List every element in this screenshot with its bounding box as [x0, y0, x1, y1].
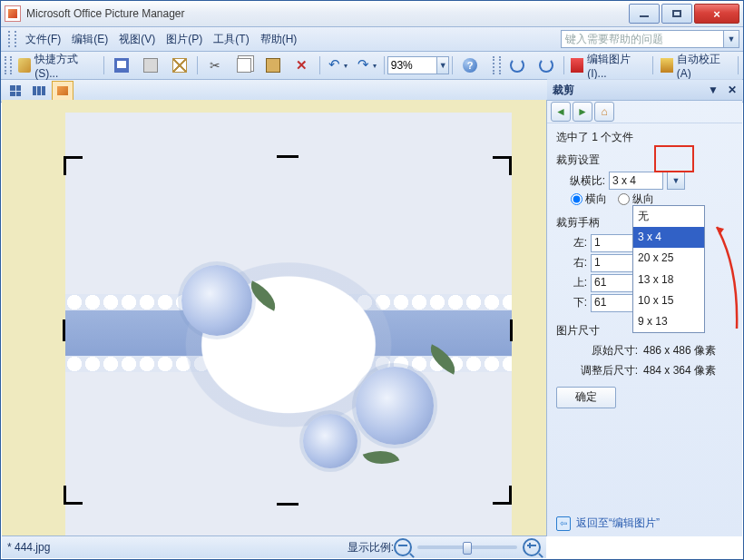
menu-bar: 文件(F) 编辑(E) 视图(V) 图片(P) 工具(T) 帮助(H) 键入需要… — [1, 27, 743, 52]
ok-button[interactable]: 确定 — [556, 387, 616, 408]
selection-count: 选中了 1 个文件 — [556, 129, 733, 146]
print-button[interactable] — [137, 54, 164, 76]
crop-handle-br[interactable] — [493, 486, 512, 505]
view-single-button[interactable] — [52, 81, 73, 101]
crop-handle-bottom[interactable] — [277, 503, 299, 506]
paste-button[interactable] — [259, 54, 287, 76]
nav-back-button[interactable]: ◄ — [551, 102, 571, 122]
orientation-vertical-radio[interactable] — [618, 193, 630, 205]
crop-left-label: 左: — [556, 234, 587, 251]
menu-picture[interactable]: 图片(P) — [161, 29, 208, 50]
close-button[interactable]: × — [694, 4, 739, 24]
minimize-button[interactable] — [629, 4, 660, 24]
nav-forward-button[interactable]: ► — [573, 102, 592, 122]
rotate-right-button[interactable] — [533, 54, 560, 76]
aspect-ratio-dropdown-button[interactable]: ▼ — [667, 172, 685, 190]
auto-correct-icon — [661, 58, 673, 73]
thumbnails-icon — [10, 85, 21, 96]
zoom-slider[interactable] — [417, 545, 517, 549]
crop-right-value: 1 — [594, 254, 601, 271]
cut-button[interactable]: ✂ — [201, 54, 229, 76]
redo-button[interactable]: ↷▾ — [353, 54, 380, 76]
toolbar-grip[interactable] — [8, 31, 16, 47]
toolbar-grip[interactable] — [493, 56, 500, 74]
aspect-option[interactable]: 3 x 4 — [633, 227, 704, 248]
crop-handle-tl[interactable] — [64, 156, 83, 175]
orientation-horizontal[interactable]: 横向 — [571, 191, 607, 208]
toolbar-grip[interactable] — [5, 56, 12, 74]
aspect-ratio-value: 3 x 4 — [612, 172, 636, 190]
menu-edit[interactable]: 编辑(E) — [66, 29, 113, 50]
zoom-label: 显示比例: — [348, 540, 394, 555]
crop-left-input[interactable]: 1 — [591, 234, 638, 252]
help-search-input[interactable]: 键入需要帮助的问题 — [561, 30, 724, 48]
resized-label: 调整后尺寸: — [569, 362, 638, 379]
aspect-option[interactable]: 10 x 15 — [633, 290, 704, 311]
original-size-value: 486 x 486 像素 — [643, 342, 716, 359]
aspect-option[interactable]: 无 — [633, 206, 704, 227]
ok-label: 确定 — [575, 388, 597, 406]
back-to-edit-link[interactable]: ⇦ 返回至“编辑图片” — [556, 516, 660, 531]
undo-button[interactable]: ↶▾ — [324, 54, 351, 76]
crop-handle-top[interactable] — [277, 155, 299, 158]
nav-home-button[interactable]: ⌂ — [594, 102, 614, 122]
zoom-out-button[interactable] — [394, 538, 412, 556]
crop-bottom-input[interactable]: 61 — [591, 294, 638, 312]
help-button[interactable]: ? — [456, 54, 484, 76]
crop-top-input[interactable]: 61 — [591, 274, 638, 292]
taskpane-close-button[interactable]: ✕ — [728, 84, 737, 96]
crop-top-value: 61 — [594, 274, 606, 291]
help-search-dropdown[interactable]: ▼ — [724, 30, 739, 48]
status-bar: * 444.jpg 显示比例: — [2, 535, 546, 558]
zoom-slider-thumb[interactable] — [463, 542, 472, 555]
menu-file[interactable]: 文件(F) — [20, 29, 66, 50]
help-icon: ? — [463, 58, 477, 73]
app-icon — [5, 5, 21, 22]
edit-pictures-button[interactable]: 编辑图片(I)... — [567, 54, 649, 76]
save-button[interactable] — [108, 54, 135, 76]
crop-handle-bl[interactable] — [64, 486, 83, 505]
shortcut-button[interactable]: 快捷方式(S)... — [15, 54, 100, 76]
status-filename: * 444.jpg — [7, 541, 50, 554]
crop-handle-right[interactable] — [510, 319, 513, 341]
orientation-horizontal-radio[interactable] — [571, 193, 582, 205]
back-arrow-icon: ⇦ — [556, 516, 571, 531]
zoom-in-button[interactable] — [523, 538, 541, 556]
zoom-input[interactable]: 93% — [387, 56, 437, 74]
aspect-option[interactable]: 9 x 13 — [633, 311, 704, 332]
task-pane: 裁剪 ▼ ✕ ◄ ► ⌂ 选中了 1 个文件 裁剪设置 纵横比: 3 x 4 ▼ — [546, 100, 742, 536]
view-filmstrip-button[interactable] — [28, 81, 50, 101]
resized-value: 484 x 364 像素 — [643, 362, 716, 379]
wand-icon — [18, 58, 31, 73]
window-title: Microsoft Office Picture Manager — [26, 7, 185, 20]
rotate-right-icon — [539, 58, 553, 73]
canvas-area[interactable] — [2, 100, 546, 536]
menu-view[interactable]: 视图(V) — [113, 29, 161, 50]
copy-button[interactable] — [230, 54, 258, 76]
delete-button[interactable]: ✕ — [289, 54, 316, 76]
redo-icon: ↷ — [357, 58, 371, 73]
aspect-option[interactable]: 20 x 25 — [633, 248, 704, 269]
mail-button[interactable] — [166, 54, 193, 76]
taskpane-menu-button[interactable]: ▼ — [708, 84, 719, 96]
auto-correct-button[interactable]: 自动校正(A) — [657, 54, 734, 76]
taskpane-nav: ◄ ► ⌂ — [547, 101, 742, 123]
crop-handle-left[interactable] — [63, 319, 65, 341]
copy-icon — [237, 58, 251, 73]
aspect-option[interactable]: 13 x 18 — [633, 270, 704, 290]
crop-bottom-value: 61 — [594, 294, 606, 311]
aspect-ratio-input[interactable]: 3 x 4 — [609, 172, 663, 190]
view-thumbnails-button[interactable] — [5, 81, 26, 101]
zoom-dropdown[interactable]: ▼ — [437, 56, 449, 74]
maximize-button[interactable] — [661, 4, 692, 24]
crop-right-input[interactable]: 1 — [591, 254, 638, 272]
aspect-ratio-dropdown[interactable]: 无 3 x 4 20 x 25 13 x 18 10 x 15 9 x 13 — [632, 205, 705, 333]
rotate-left-button[interactable] — [504, 54, 531, 76]
crop-rectangle[interactable] — [65, 158, 510, 503]
print-icon — [143, 58, 158, 73]
menu-help[interactable]: 帮助(H) — [255, 29, 303, 50]
filmstrip-icon — [33, 86, 45, 95]
crop-handle-tr[interactable] — [493, 156, 512, 175]
menu-tools[interactable]: 工具(T) — [208, 29, 254, 50]
auto-correct-label: 自动校正(A) — [673, 52, 730, 80]
